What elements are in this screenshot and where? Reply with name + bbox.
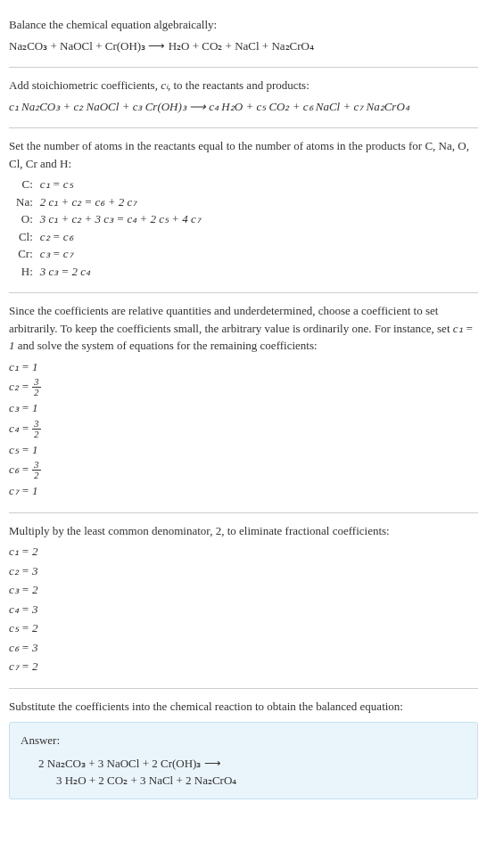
section-intro: Balance the chemical equation algebraica… [9, 7, 478, 68]
atom-eq: c₂ = c₆ [40, 228, 201, 246]
atoms-table: C: c₁ = c₅ Na: 2 c₁ + c₂ = c₆ + 2 c₇ O: … [16, 176, 201, 280]
atom-label: Na: [16, 193, 40, 211]
section-solve: Since the coefficients are relative quan… [9, 293, 478, 513]
atom-label: C: [16, 176, 40, 193]
coeff-line: c₇ = 1 [9, 482, 478, 500]
atom-eq: c₃ = c₇ [40, 245, 201, 263]
atom-row: O: 3 c₁ + c₂ + 3 c₃ = c₄ + 2 c₅ + 4 c₇ [16, 210, 201, 228]
intro-title: Balance the chemical equation algebraica… [9, 16, 478, 34]
answer-box: Answer: 2 Na₂CO₃ + 3 NaOCl + 2 Cr(OH)₃ ⟶… [9, 722, 478, 799]
fraction: 32 [32, 377, 41, 397]
atom-eq: 2 c₁ + c₂ = c₆ + 2 c₇ [40, 193, 201, 211]
coeff-line: c₆ = 3 [9, 639, 478, 657]
atom-row: Cl: c₂ = c₆ [16, 228, 201, 246]
answer-equation-line2: 3 H₂O + 2 CO₂ + 3 NaCl + 2 Na₂CrO₄ [56, 772, 466, 790]
solve-coeffs: c₁ = 1 c₂ = 32 c₃ = 1 c₄ = 32 c₅ = 1 c₆ … [9, 358, 478, 500]
coeff-line: c₂ = 3 [9, 562, 478, 580]
coeff-line: c₅ = 2 [9, 619, 478, 637]
atom-row: Na: 2 c₁ + c₂ = c₆ + 2 c₇ [16, 193, 201, 211]
atoms-title: Set the number of atoms in the reactants… [9, 137, 478, 172]
atom-eq: 3 c₃ = 2 c₄ [40, 263, 201, 281]
atom-label: Cr: [16, 245, 40, 263]
coeff-line: c₄ = 32 [9, 419, 478, 439]
coeff-line: c₄ = 3 [9, 601, 478, 618]
coeff-title: Add stoichiometric coefficients, cᵢ, to … [9, 77, 478, 94]
answer-title: Substitute the coefficients into the che… [9, 698, 478, 716]
atom-label: H: [16, 263, 40, 281]
atom-row: Cr: c₃ = c₇ [16, 245, 201, 263]
section-answer: Substitute the coefficients into the che… [9, 689, 478, 808]
coeff-equation: c₁ Na₂CO₃ + c₂ NaOCl + c₃ Cr(OH)₃ ⟶ c₄ H… [9, 98, 478, 116]
answer-label: Answer: [21, 732, 466, 749]
coeff-line: c₃ = 2 [9, 581, 478, 599]
intro-equation: Na₂CO₃ + NaOCl + Cr(OH)₃ ⟶ H₂O + CO₂ + N… [9, 37, 478, 55]
coeff-line: c₃ = 1 [9, 399, 478, 417]
fraction: 32 [32, 460, 41, 480]
coeff-line: c₇ = 2 [9, 658, 478, 676]
section-atoms: Set the number of atoms in the reactants… [9, 128, 478, 293]
coeff-var: cᵢ [161, 78, 168, 92]
atom-eq: 3 c₁ + c₂ + 3 c₃ = c₄ + 2 c₅ + 4 c₇ [40, 210, 201, 228]
atom-label: O: [16, 210, 40, 228]
coeff-line: c₆ = 32 [9, 460, 478, 480]
atom-label: Cl: [16, 228, 40, 246]
section-multiply: Multiply by the least common denominator… [9, 513, 478, 689]
coeff-line: c₁ = 2 [9, 543, 478, 561]
section-coefficients: Add stoichiometric coefficients, cᵢ, to … [9, 68, 478, 128]
atom-row: C: c₁ = c₅ [16, 176, 201, 193]
coeff-line: c₁ = 1 [9, 358, 478, 376]
atom-eq: c₁ = c₅ [40, 176, 201, 193]
multiply-title: Multiply by the least common denominator… [9, 522, 478, 540]
atom-row: H: 3 c₃ = 2 c₄ [16, 263, 201, 281]
coeff-line: c₂ = 32 [9, 377, 478, 397]
fraction: 32 [32, 419, 41, 439]
coeff-line: c₅ = 1 [9, 441, 478, 459]
solve-title: Since the coefficients are relative quan… [9, 302, 478, 355]
multiply-coeffs: c₁ = 2 c₂ = 3 c₃ = 2 c₄ = 3 c₅ = 2 c₆ = … [9, 543, 478, 676]
answer-equation-line1: 2 Na₂CO₃ + 3 NaOCl + 2 Cr(OH)₃ ⟶ [38, 755, 466, 773]
